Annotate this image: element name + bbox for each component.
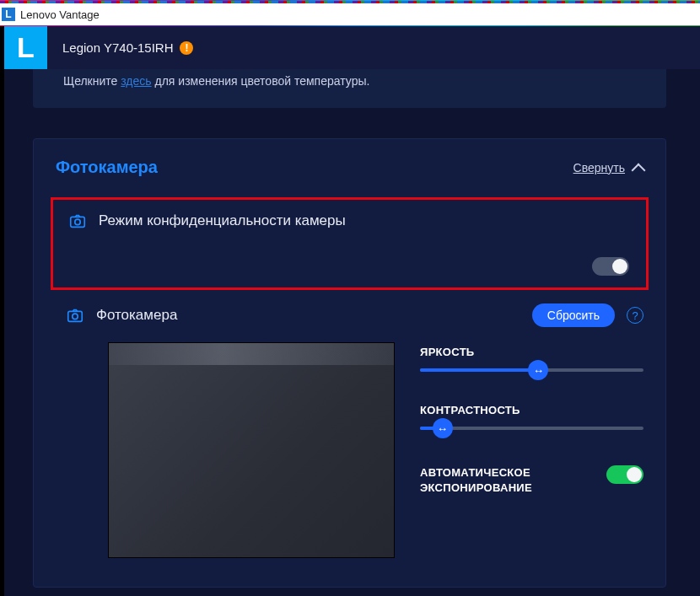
brightness-control: ЯРКОСТЬ ↔ [420, 346, 643, 372]
app-area: L Legion Y740-15IRH ! Щелкните здесь для… [0, 26, 700, 596]
help-icon[interactable]: ? [627, 307, 643, 324]
camera-body: ЯРКОСТЬ ↔ КОНТРАСТНОСТЬ ↔ [34, 336, 665, 558]
contrast-control: КОНТРАСТНОСТЬ ↔ [420, 404, 643, 430]
reset-button[interactable]: Сбросить [532, 303, 615, 327]
auto-exposure-toggle[interactable] [606, 465, 643, 484]
temperature-hint-card: Щелкните здесь для изменения цветовой те… [33, 69, 666, 108]
camera-section-header: Фотокамера Сбросить ? [34, 290, 665, 336]
hint-suffix: для изменения цветовой температуры. [155, 74, 370, 88]
window-title: Lenovo Vantage [20, 8, 100, 21]
panel-header: Фотокамера Свернуть [34, 139, 665, 192]
device-name-row: Legion Y740-15IRH ! [62, 40, 193, 55]
privacy-label: Режим конфиденциальности камеры [99, 212, 346, 229]
app-icon: L [2, 8, 15, 21]
app-header: L Legion Y740-15IRH ! [4, 26, 700, 69]
slider-fill [420, 368, 538, 372]
auto-exposure-row: АВТОМАТИЧЕСКОЕ ЭКСПОНИРОВАНИЕ [420, 465, 643, 496]
collapse-label: Свернуть [573, 161, 625, 175]
brightness-label: ЯРКОСТЬ [420, 346, 643, 358]
svg-rect-0 [71, 217, 85, 227]
content-area: Щелкните здесь для изменения цветовой те… [4, 69, 700, 588]
device-name: Legion Y740-15IRH [62, 40, 173, 55]
privacy-toggle[interactable] [592, 257, 629, 276]
svg-point-3 [73, 314, 78, 319]
slider-thumb[interactable]: ↔ [528, 360, 548, 380]
hint-link[interactable]: здесь [121, 74, 151, 88]
contrast-label: КОНТРАСТНОСТЬ [420, 404, 643, 416]
brightness-slider[interactable]: ↔ [420, 368, 643, 372]
camera-panel: Фотокамера Свернуть Режим конфиден [33, 138, 666, 588]
camera-section-label: Фотокамера [96, 307, 177, 324]
toggle-knob [627, 467, 642, 482]
svg-rect-2 [68, 311, 83, 321]
privacy-row: Режим конфиденциальности камеры [68, 212, 629, 230]
brand-logo: L [4, 26, 47, 69]
contrast-slider[interactable]: ↔ [420, 427, 643, 430]
auto-exposure-label: АВТОМАТИЧЕСКОЕ ЭКСПОНИРОВАНИЕ [420, 465, 572, 496]
camera-preview [108, 342, 395, 558]
svg-point-1 [75, 219, 80, 224]
slider-thumb[interactable]: ↔ [433, 418, 453, 438]
collapse-button[interactable]: Свернуть [573, 160, 643, 175]
camera-icon [68, 212, 87, 230]
alert-icon[interactable]: ! [180, 41, 193, 55]
camera-controls: ЯРКОСТЬ ↔ КОНТРАСТНОСТЬ ↔ [420, 342, 643, 558]
camera-icon [66, 306, 84, 325]
hint-text: Щелкните здесь для изменения цветовой те… [63, 69, 636, 88]
hint-prefix: Щелкните [63, 74, 117, 88]
panel-title: Фотокамера [56, 158, 158, 177]
window-accent-border [0, 1, 700, 3]
window-titlebar: L Lenovo Vantage [0, 0, 700, 26]
privacy-highlight-box: Режим конфиденциальности камеры [51, 197, 649, 290]
chevron-up-icon [632, 163, 646, 177]
toggle-knob [612, 259, 627, 274]
